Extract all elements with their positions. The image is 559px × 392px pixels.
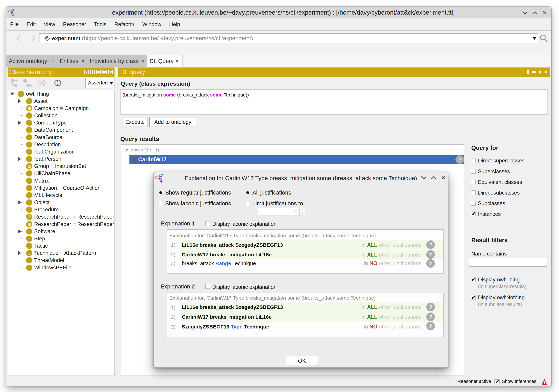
svg-text:?: ? [85, 70, 88, 74]
